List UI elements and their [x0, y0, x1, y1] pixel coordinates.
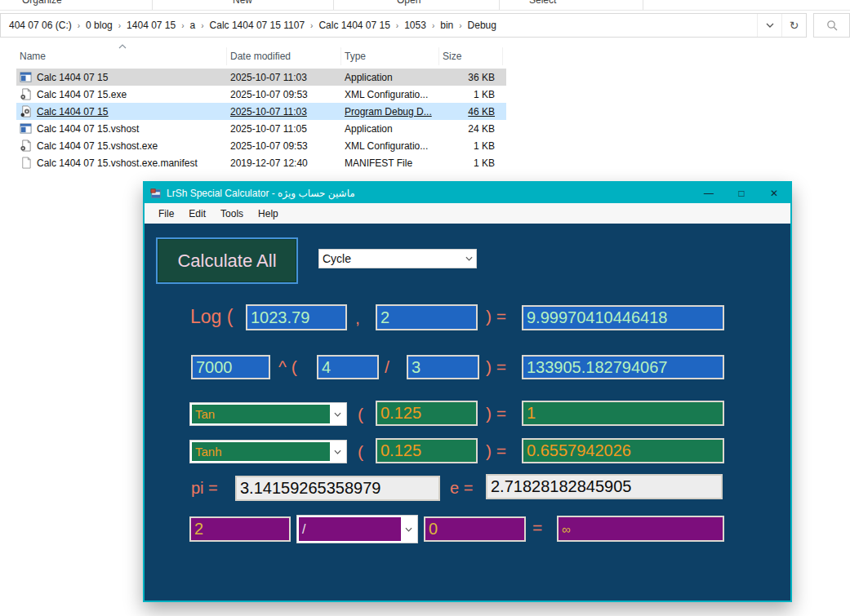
- address-dropdown-button[interactable]: [757, 14, 781, 37]
- config-file-icon: [20, 140, 32, 152]
- division-operator-combobox[interactable]: /: [296, 515, 418, 543]
- close-button[interactable]: ✕: [758, 183, 790, 203]
- address-row: 404 07 06 (C:)› 0 blog› 1404 07 15› a› C…: [0, 11, 850, 41]
- maximize-button[interactable]: □: [725, 183, 758, 203]
- menu-edit[interactable]: Edit: [181, 208, 213, 219]
- file-row-selected[interactable]: Calc 1404 07 15 2025-10-07 11:03 Program…: [16, 103, 506, 120]
- breadcrumb-segment[interactable]: Calc 1404 07 15: [314, 20, 394, 31]
- menu-tools[interactable]: Tools: [213, 208, 251, 219]
- file-row[interactable]: Calc 1404 07 15.vshost.exe.manifest 2019…: [16, 154, 506, 171]
- chevron-down-icon: [330, 442, 345, 461]
- search-icon: [826, 20, 838, 31]
- e-value-field[interactable]: [486, 474, 723, 499]
- ribbon-separator: [643, 0, 643, 10]
- config-file-icon: [20, 88, 32, 100]
- division-equals-label: =: [532, 518, 542, 538]
- breadcrumb-segment[interactable]: 0 blog: [81, 20, 118, 31]
- log-arg1-field[interactable]: [246, 304, 347, 330]
- breadcrumb-segment[interactable]: 1404 07 15: [122, 20, 180, 31]
- application-icon: [20, 71, 32, 83]
- sort-ascending-icon: [118, 44, 127, 49]
- ribbon-tab-new[interactable]: New: [233, 0, 252, 6]
- file-row[interactable]: Calc 1404 07 15.vshost.exe 2025-10-07 09…: [16, 137, 506, 154]
- column-header-name[interactable]: Name: [16, 47, 227, 65]
- calculate-all-button[interactable]: Calculate All: [156, 237, 298, 284]
- file-list-header: Name Date modified Type Size: [16, 44, 506, 69]
- ribbon-separator: [333, 0, 334, 10]
- log-arg2-field[interactable]: [376, 304, 478, 330]
- trig2-function-combobox[interactable]: Tanh: [189, 440, 347, 463]
- breadcrumb-segment[interactable]: 1053: [399, 20, 431, 31]
- breadcrumb-segment[interactable]: Calc 1404 07 15 1107: [205, 20, 310, 31]
- refresh-button[interactable]: ↻: [781, 14, 806, 37]
- breadcrumb: 404 07 06 (C:)› 0 blog› 1404 07 15› a› C…: [1, 20, 757, 31]
- file-row[interactable]: Calc 1404 07 15.vshost 2025-10-07 11:05 …: [16, 120, 506, 137]
- breadcrumb-segment[interactable]: a: [185, 20, 201, 31]
- calculator-menubar: File Edit Tools Help: [145, 203, 790, 224]
- division-b-field[interactable]: [424, 516, 526, 542]
- file-row[interactable]: Calc 1404 07 15.exe 2025-10-07 09:53 XML…: [16, 86, 506, 103]
- column-header-size[interactable]: Size: [439, 47, 503, 65]
- app-window-icon: [150, 188, 162, 199]
- pow-numerator-field[interactable]: [317, 355, 379, 379]
- chevron-down-icon: [461, 250, 476, 268]
- division-a-field[interactable]: [189, 516, 291, 542]
- ribbon-tab-open[interactable]: Open: [397, 0, 421, 6]
- pow-base-field[interactable]: [191, 355, 270, 379]
- chevron-down-icon: [766, 23, 774, 28]
- ribbon-tab-select[interactable]: Select: [529, 0, 556, 6]
- pow-open-label: ^ (: [278, 357, 297, 377]
- window-title: LrSh Special Calculator - ماشین حساب ویژ…: [167, 188, 692, 199]
- pi-value-field[interactable]: [235, 476, 440, 501]
- trig2-arg-field[interactable]: [376, 438, 478, 463]
- calculator-window: LrSh Special Calculator - ماشین حساب ویژ…: [143, 181, 792, 602]
- trig2-close-label: ) =: [486, 441, 506, 461]
- refresh-icon: ↻: [790, 19, 799, 32]
- ribbon-tab-organize[interactable]: Organize: [22, 0, 62, 6]
- manifest-file-icon: [20, 157, 32, 169]
- log-comma-label: ,: [355, 308, 360, 328]
- trig2-open-label: (: [358, 442, 363, 462]
- pow-close-label: ) =: [486, 357, 506, 377]
- address-bar[interactable]: 404 07 06 (C:)› 0 blog› 1404 07 15› a› C…: [0, 13, 807, 38]
- ribbon-separator: [499, 0, 500, 10]
- breadcrumb-segment[interactable]: 404 07 06 (C:): [4, 20, 77, 31]
- menu-file[interactable]: File: [151, 208, 181, 219]
- calculator-titlebar[interactable]: LrSh Special Calculator - ماشین حساب ویژ…: [145, 183, 790, 203]
- minimize-button[interactable]: —: [692, 183, 725, 203]
- pow-slash-label: /: [385, 357, 389, 377]
- explorer-ribbon-strip: Organize New Open Select: [0, 0, 850, 11]
- menu-help[interactable]: Help: [251, 208, 286, 219]
- pi-label: pi =: [191, 479, 218, 498]
- log-result-field[interactable]: [522, 305, 724, 330]
- trig2-result-field[interactable]: [522, 438, 724, 463]
- column-header-type[interactable]: Type: [341, 47, 439, 65]
- ribbon-separator: [152, 0, 153, 10]
- pow-result-field[interactable]: [522, 355, 724, 379]
- e-label: e =: [450, 479, 473, 498]
- trig1-open-label: (: [358, 405, 363, 424]
- breadcrumb-segment[interactable]: bin: [435, 20, 458, 31]
- chevron-down-icon: [330, 405, 345, 423]
- trig1-result-field[interactable]: [522, 401, 724, 426]
- search-box[interactable]: [813, 13, 850, 38]
- trig1-function-combobox[interactable]: Tan: [189, 402, 347, 426]
- calculator-body: Calculate All Cycle Log ( , ) = ^ ( / ) …: [145, 224, 790, 600]
- log-close-label: ) =: [486, 307, 506, 326]
- trig1-arg-field[interactable]: [376, 401, 478, 426]
- breadcrumb-segment[interactable]: Debug: [463, 20, 501, 31]
- chevron-down-icon: [401, 517, 416, 541]
- mode-select-combobox[interactable]: Cycle: [318, 249, 477, 268]
- application-icon: [20, 122, 32, 135]
- pow-denominator-field[interactable]: [407, 355, 479, 379]
- column-header-date[interactable]: Date modified: [227, 47, 341, 65]
- division-result-field[interactable]: [557, 516, 724, 542]
- log-label: Log (: [190, 306, 233, 328]
- trig1-close-label: ) =: [486, 404, 506, 423]
- debug-database-icon: [20, 105, 32, 117]
- file-row[interactable]: Calc 1404 07 15 2025-10-07 11:03 Applica…: [16, 69, 506, 86]
- file-list: Name Date modified Type Size Calc 1404 0…: [16, 44, 506, 171]
